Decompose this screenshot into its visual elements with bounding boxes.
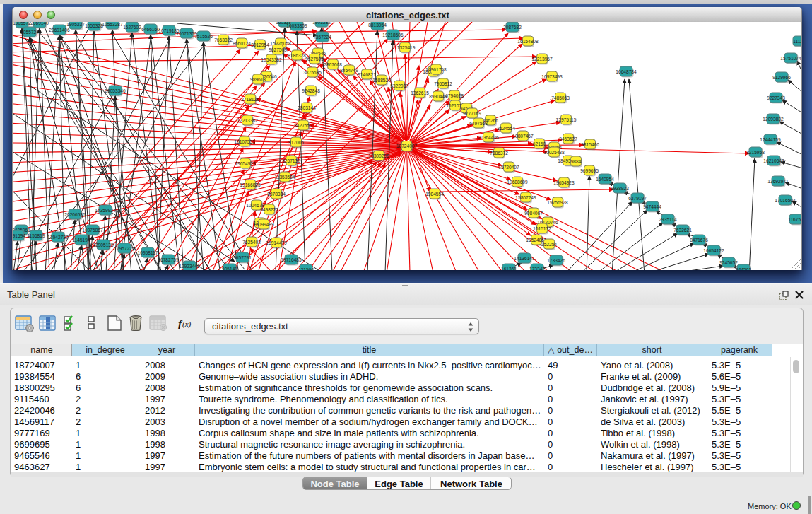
svg-text:1640954: 1640954	[596, 177, 614, 182]
svg-text:8186328: 8186328	[288, 53, 306, 58]
svg-text:9084067: 9084067	[524, 211, 543, 216]
svg-text:10688609: 10688609	[507, 180, 528, 185]
svg-text:15720407: 15720407	[498, 165, 519, 170]
svg-text:1527602: 1527602	[123, 25, 141, 30]
svg-text:2867608: 2867608	[324, 62, 342, 67]
svg-text:10553287: 10553287	[102, 22, 123, 27]
svg-text:391594: 391594	[12, 233, 25, 238]
svg-text:15807249: 15807249	[515, 195, 536, 200]
svg-text:19218506: 19218506	[382, 33, 404, 37]
svg-text:6466160: 6466160	[141, 27, 160, 32]
svg-text:3875685: 3875685	[303, 70, 322, 75]
svg-text:1362615: 1362615	[411, 90, 429, 95]
svg-text:18300295: 18300295	[368, 153, 389, 158]
svg-text:9627509: 9627509	[269, 47, 287, 52]
svg-text:19654923: 19654923	[235, 161, 256, 166]
svg-text:6379197: 6379197	[628, 196, 647, 201]
svg-text:116753: 116753	[788, 217, 802, 222]
svg-text:9242848: 9242848	[302, 88, 320, 93]
svg-text:2055724: 2055724	[20, 30, 39, 35]
svg-text:7357224: 7357224	[313, 35, 331, 40]
svg-text:7485063: 7485063	[551, 95, 570, 100]
svg-text:252254: 252254	[541, 242, 557, 247]
svg-text:9699695: 9699695	[580, 168, 599, 173]
svg-text:1905572: 1905572	[13, 22, 31, 25]
svg-text:16107553: 16107553	[234, 139, 255, 144]
svg-text:9657791: 9657791	[233, 255, 252, 260]
svg-text:905141: 905141	[222, 267, 237, 271]
svg-text:1145194: 1145194	[72, 238, 90, 243]
svg-text:20691406: 20691406	[49, 28, 70, 33]
svg-text:8454749: 8454749	[340, 68, 358, 73]
svg-text:13692971: 13692971	[767, 179, 789, 184]
svg-text:8912954: 8912954	[251, 42, 269, 47]
svg-text:9227343: 9227343	[767, 95, 785, 100]
svg-text:917006: 917006	[288, 140, 304, 145]
svg-text:10973493: 10973493	[541, 74, 563, 79]
svg-text:7515526: 7515526	[194, 34, 213, 39]
svg-text:19756928: 19756928	[547, 200, 568, 205]
svg-text:2935114: 2935114	[659, 217, 677, 222]
svg-text:20206536: 20206536	[64, 212, 86, 217]
svg-text:9146821: 9146821	[358, 72, 376, 77]
svg-text:5498222: 5498222	[260, 207, 278, 212]
svg-text:10975867: 10975867	[82, 228, 103, 233]
svg-text:16961758: 16961758	[425, 67, 447, 72]
svg-text:989613: 989613	[250, 77, 266, 82]
svg-text:10543382: 10543382	[261, 57, 282, 62]
svg-text:8878334: 8878334	[267, 192, 286, 197]
svg-text:12213382: 12213382	[237, 118, 258, 123]
svg-text:5322037: 5322037	[390, 83, 408, 88]
svg-text:15751074: 15751074	[780, 56, 801, 61]
svg-text:14136141: 14136141	[514, 256, 535, 261]
svg-text:9463627: 9463627	[559, 136, 577, 141]
svg-text:11353584: 11353584	[275, 175, 295, 180]
svg-text:1156819: 1156819	[27, 233, 45, 238]
svg-text:12444159: 12444159	[760, 137, 781, 142]
svg-text:16914479: 16914479	[266, 240, 287, 245]
svg-text:173342: 173342	[529, 267, 545, 271]
svg-text:2803144: 2803144	[298, 105, 316, 110]
svg-text:19654923: 19654923	[553, 180, 575, 185]
svg-text:17957225: 17957225	[114, 246, 135, 251]
svg-text:8938923: 8938923	[611, 186, 629, 191]
svg-text:19716485: 19716485	[281, 257, 302, 262]
svg-text:6497568: 6497568	[469, 121, 488, 126]
svg-text:1588520: 1588520	[372, 78, 391, 83]
svg-text:10958117: 10958117	[138, 250, 158, 255]
svg-text:9884: 9884	[571, 159, 582, 164]
svg-text:7625402: 7625402	[242, 240, 261, 245]
svg-text:16154808: 16154808	[517, 39, 539, 44]
svg-text:10807467: 10807467	[512, 134, 534, 139]
svg-text:(x): (x)	[182, 320, 192, 329]
svg-text:3624554: 3624554	[497, 126, 515, 131]
svg-text:1905337: 1905337	[66, 22, 85, 27]
svg-text:9815460: 9815460	[581, 142, 599, 147]
svg-text:16210643: 16210643	[763, 158, 784, 163]
svg-text:2087682: 2087682	[503, 25, 522, 30]
svg-text:7632621: 7632621	[673, 228, 692, 233]
svg-text:9777169: 9777169	[463, 111, 481, 116]
svg-text:1055328: 1055328	[85, 23, 103, 28]
svg-text:10025438: 10025438	[543, 150, 565, 155]
svg-text:17016504: 17016504	[775, 198, 796, 203]
svg-text:17359924: 17359924	[95, 208, 116, 213]
svg-text:8267130: 8267130	[282, 158, 300, 163]
svg-text:1733426: 1733426	[547, 258, 565, 263]
svg-text:16648784: 16648784	[616, 69, 637, 74]
svg-text:12975115: 12975115	[556, 117, 577, 122]
svg-text:7955812: 7955812	[434, 81, 452, 86]
svg-text:8471676: 8471676	[690, 238, 708, 243]
svg-text:2069140: 2069140	[30, 22, 49, 25]
svg-text:10654122: 10654122	[703, 248, 724, 253]
svg-text:6794028: 6794028	[445, 93, 464, 98]
svg-text:8660124: 8660124	[233, 41, 251, 46]
svg-text:121504: 121504	[298, 267, 314, 271]
svg-text:1615132: 1615132	[533, 226, 551, 231]
svg-text:12942737: 12942737	[47, 235, 69, 240]
svg-text:1903382: 1903382	[312, 22, 331, 25]
svg-text:8215958: 8215958	[746, 150, 765, 155]
svg-text:161361: 161361	[501, 267, 517, 271]
svg-text:9527505: 9527505	[305, 57, 324, 62]
svg-text:16782759: 16782759	[158, 257, 179, 262]
